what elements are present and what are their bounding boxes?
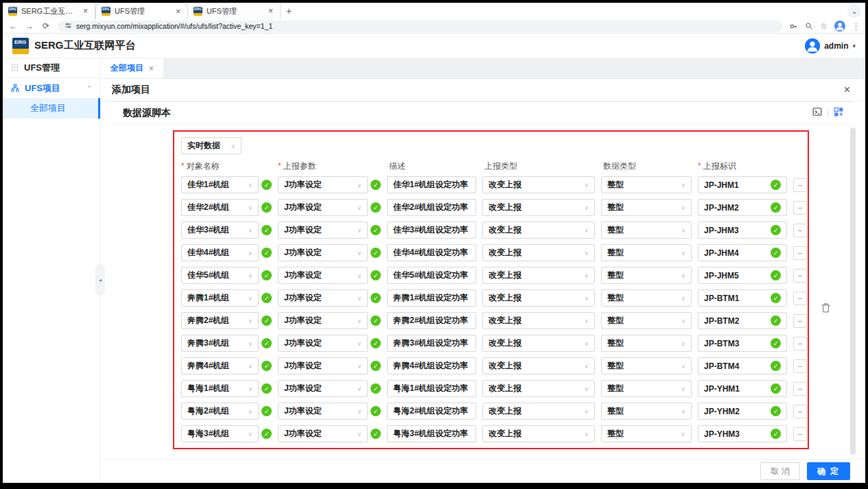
- description-input[interactable]: 佳华2#机组设定功率: [387, 199, 476, 216]
- object-name-select[interactable]: 粤海2#机组∨: [181, 403, 259, 420]
- sidebar-section-ufs-manage[interactable]: UFS管理: [3, 58, 100, 78]
- report-type-select[interactable]: 改变上报∨: [482, 380, 595, 397]
- identifier-input[interactable]: JP-BTM3✓: [698, 335, 787, 352]
- remove-row-button[interactable]: −: [793, 405, 807, 418]
- confirm-button[interactable]: 确 定: [807, 462, 850, 480]
- data-type-select[interactable]: 整型∨: [601, 267, 692, 284]
- object-name-select[interactable]: 佳华1#机组∨: [181, 176, 259, 193]
- report-type-select[interactable]: 改变上报∨: [482, 335, 595, 352]
- sidebar-item-all-projects[interactable]: 全部项目: [3, 98, 100, 119]
- description-input[interactable]: 粤海3#机组设定功率: [387, 425, 476, 442]
- panel-close-icon[interactable]: ×: [840, 84, 854, 96]
- report-param-select[interactable]: J功率设定∨: [278, 403, 368, 420]
- remove-row-button[interactable]: −: [793, 224, 807, 237]
- report-param-select[interactable]: J功率设定∨: [278, 222, 368, 239]
- remove-row-button[interactable]: −: [793, 382, 807, 396]
- browser-tab[interactable]: UFS管理 ×: [95, 3, 188, 19]
- forward-icon[interactable]: →: [25, 21, 34, 31]
- remove-row-button[interactable]: −: [793, 291, 807, 305]
- back-icon[interactable]: ←: [8, 21, 18, 31]
- identifier-input[interactable]: JP-YHM1✓: [698, 380, 787, 397]
- data-mode-select[interactable]: 实时数据 ∨: [181, 137, 242, 154]
- sidebar-collapse-handle[interactable]: ◂: [95, 264, 105, 296]
- tab-search-icon[interactable]: ⌄: [847, 4, 861, 18]
- report-type-select[interactable]: 改变上报∨: [482, 425, 595, 442]
- remove-row-button[interactable]: −: [793, 269, 807, 283]
- description-input[interactable]: 奔腾2#机组设定功率: [387, 312, 476, 329]
- data-type-select[interactable]: 整型∨: [601, 425, 692, 442]
- description-input[interactable]: 粤海2#机组设定功率: [387, 403, 476, 420]
- data-type-select[interactable]: 整型∨: [601, 199, 692, 216]
- tab-close-icon[interactable]: ×: [149, 64, 154, 73]
- remove-row-button[interactable]: −: [793, 359, 807, 373]
- site-settings-icon[interactable]: [64, 20, 72, 32]
- report-type-select[interactable]: 改变上报∨: [482, 244, 595, 261]
- cancel-button[interactable]: 取 消: [760, 462, 799, 480]
- browser-profile-avatar[interactable]: [834, 21, 845, 32]
- object-name-select[interactable]: 佳华3#机组∨: [181, 222, 259, 239]
- data-type-select[interactable]: 整型∨: [601, 244, 692, 261]
- identifier-input[interactable]: JP-YHM2✓: [698, 403, 787, 420]
- report-type-select[interactable]: 改变上报∨: [482, 267, 595, 284]
- remove-row-button[interactable]: −: [793, 427, 807, 441]
- browser-menu-icon[interactable]: ⋮: [852, 22, 860, 31]
- report-param-select[interactable]: J功率设定∨: [278, 357, 368, 374]
- identifier-input[interactable]: JP-JHM2✓: [698, 199, 787, 216]
- report-param-select[interactable]: J功率设定∨: [278, 199, 368, 216]
- description-input[interactable]: 奔腾4#机组设定功率: [387, 357, 476, 374]
- bookmark-star-icon[interactable]: ☆: [820, 21, 828, 31]
- data-type-select[interactable]: 整型∨: [601, 222, 692, 239]
- vertical-scrollbar[interactable]: [850, 128, 856, 455]
- user-menu[interactable]: admin ▾: [805, 38, 856, 53]
- object-name-select[interactable]: 奔腾1#机组∨: [181, 289, 259, 307]
- remove-row-button[interactable]: −: [793, 201, 807, 215]
- data-type-select[interactable]: 整型∨: [601, 380, 692, 397]
- trash-icon[interactable]: [820, 302, 832, 316]
- description-input[interactable]: 粤海1#机组设定功率: [387, 380, 476, 397]
- identifier-input[interactable]: JP-JHM4✓: [698, 244, 787, 261]
- description-input[interactable]: 佳华4#机组设定功率: [387, 244, 476, 261]
- identifier-input[interactable]: JP-BTM4✓: [698, 357, 787, 374]
- data-type-select[interactable]: 整型∨: [601, 335, 692, 352]
- identifier-input[interactable]: JP-BTM2✓: [698, 312, 787, 329]
- zoom-icon[interactable]: [805, 22, 813, 30]
- report-param-select[interactable]: J功率设定∨: [278, 176, 368, 193]
- identifier-input[interactable]: JP-JHM1✓: [698, 176, 787, 193]
- data-type-select[interactable]: 整型∨: [601, 312, 692, 329]
- report-param-select[interactable]: J功率设定∨: [278, 380, 368, 397]
- password-key-icon[interactable]: [789, 22, 798, 31]
- identifier-input[interactable]: JP-JHM5✓: [698, 267, 787, 284]
- object-name-select[interactable]: 奔腾4#机组∨: [181, 357, 259, 374]
- remove-row-button[interactable]: −: [793, 246, 807, 260]
- report-type-select[interactable]: 改变上报∨: [482, 176, 595, 193]
- report-type-select[interactable]: 改变上报∨: [482, 357, 595, 374]
- data-type-select[interactable]: 整型∨: [601, 289, 692, 307]
- identifier-input[interactable]: JP-YHM3✓: [698, 425, 787, 442]
- report-param-select[interactable]: J功率设定∨: [278, 244, 368, 261]
- component-layout-icon[interactable]: [834, 107, 843, 119]
- remove-row-button[interactable]: −: [793, 178, 807, 192]
- report-type-select[interactable]: 改变上报∨: [482, 199, 595, 216]
- browser-tab[interactable]: SERG工业互联网平台 ×: [3, 3, 95, 19]
- object-name-select[interactable]: 奔腾2#机组∨: [181, 312, 259, 329]
- report-type-select[interactable]: 改变上报∨: [482, 403, 595, 420]
- object-name-select[interactable]: 佳华5#机组∨: [181, 267, 259, 284]
- tab-close-icon[interactable]: ×: [82, 6, 89, 16]
- content-tab-all-projects[interactable]: 全部项目 ×: [101, 58, 163, 78]
- report-type-select[interactable]: 改变上报∨: [482, 289, 595, 307]
- tab-close-icon[interactable]: ×: [267, 6, 274, 16]
- description-input[interactable]: 佳华5#机组设定功率: [387, 267, 476, 284]
- sidebar-group-ufs-project[interactable]: UFS项目 ⌃: [3, 78, 100, 98]
- address-bar[interactable]: serg.mixyun.com/mixapplication/#/ufs/ufs…: [58, 21, 782, 32]
- tab-close-icon[interactable]: ×: [174, 7, 182, 16]
- description-input[interactable]: 奔腾1#机组设定功率: [387, 289, 476, 307]
- object-name-select[interactable]: 粤海1#机组∨: [181, 380, 259, 397]
- reload-icon[interactable]: ⟳: [41, 21, 51, 31]
- data-type-select[interactable]: 整型∨: [601, 176, 692, 193]
- object-name-select[interactable]: 奔腾3#机组∨: [181, 335, 259, 352]
- report-param-select[interactable]: J功率设定∨: [278, 267, 368, 284]
- identifier-input[interactable]: JP-JHM3✓: [698, 222, 787, 239]
- report-param-select[interactable]: J功率设定∨: [278, 425, 368, 442]
- description-input[interactable]: 佳华3#机组设定功率: [387, 222, 476, 239]
- identifier-input[interactable]: JP-BTM1✓: [698, 289, 787, 307]
